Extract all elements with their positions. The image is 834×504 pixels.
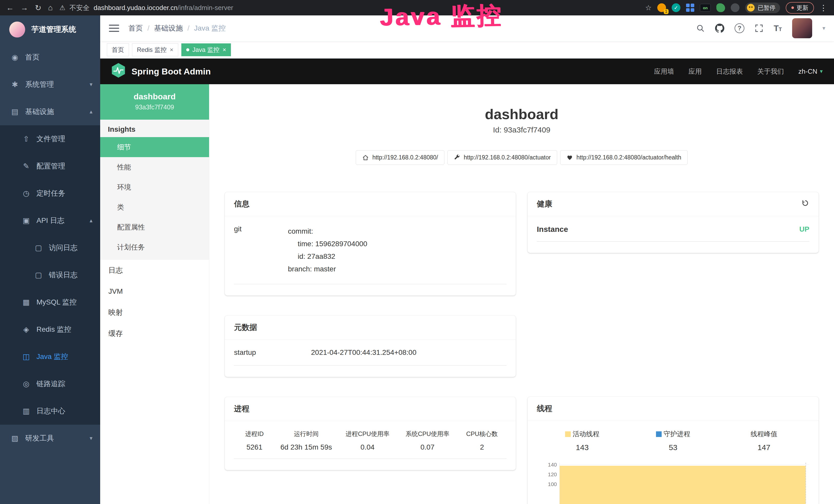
sidebar-item-log-center[interactable]: ▥ 日志中心 <box>0 397 100 425</box>
app-logo[interactable]: 芋道管理系统 <box>0 16 100 44</box>
sba-menu-caches[interactable]: 缓存 <box>100 323 209 344</box>
process-table-values: 5261 6d 23h 15m 59s 0.04 0.07 2 <box>234 443 506 459</box>
sidebar-item-file-management[interactable]: ⇧ 文件管理 <box>0 125 100 153</box>
sba-body: dashboard 93a3fc7f7409 Insights 细节 性能 环境… <box>100 84 834 504</box>
extension-leaf-icon[interactable] <box>716 3 725 12</box>
bookmark-star-icon[interactable]: ☆ <box>645 4 652 12</box>
github-icon[interactable] <box>715 24 724 33</box>
breadcrumb-infrastructure[interactable]: 基础设施 <box>154 23 183 33</box>
sba-language-select[interactable]: zh-CN ▾ <box>798 68 823 75</box>
sba-menu-logs[interactable]: 日志 <box>100 260 209 281</box>
close-icon[interactable]: × <box>222 46 226 53</box>
sba-menu-scheduled-tasks[interactable]: 计划任务 <box>100 237 209 257</box>
infrastructure-submenu: ⇧ 文件管理 ✎ 配置管理 ◷ 定时任务 ▣ API 日志 ▴ ▢ <box>0 125 100 425</box>
health-card: 健康 Instance UP <box>528 192 818 253</box>
sidebar-item-mysql-monitor[interactable]: ▦ MySQL 监控 <box>0 289 100 316</box>
sidebar-item-infrastructure[interactable]: ▤ 基础设施 ▴ <box>0 98 100 125</box>
actuator-url-link[interactable]: http://192.168.0.2:48080/actuator <box>447 150 557 165</box>
extension-badge: 1 <box>664 9 668 14</box>
sba-brand[interactable]: Spring Boot Admin <box>111 63 211 80</box>
extension-dark-icon[interactable] <box>731 3 740 12</box>
live-swatch-icon <box>565 431 571 437</box>
update-button[interactable]: 更新 <box>786 2 814 14</box>
sidebar-item-dev-tools[interactable]: ▨ 研发工具 ▾ <box>0 425 100 452</box>
health-url-link[interactable]: http://192.168.0.2:48080/actuator/health <box>560 150 687 165</box>
chevron-down-icon: ▾ <box>820 68 823 75</box>
browser-menu-icon[interactable]: ⋮ <box>820 3 828 12</box>
sba-menu-classes[interactable]: 类 <box>100 197 209 217</box>
sba-menu-config-props[interactable]: 配置属性 <box>100 217 209 237</box>
sba-logo-icon <box>111 63 125 80</box>
sba-nav-wallboard[interactable]: 应用墙 <box>654 67 674 76</box>
live-threads-area <box>560 466 806 504</box>
sba-nav-about[interactable]: 关于我们 <box>757 67 784 76</box>
sba-nav-applications[interactable]: 应用 <box>688 67 702 76</box>
page-title: dashboard <box>209 106 834 122</box>
profile-label: 已暂停 <box>758 4 775 12</box>
sba-menu-metrics[interactable]: 性能 <box>100 157 209 177</box>
sba-nav-journal[interactable]: 日志报表 <box>716 67 743 76</box>
sba-instance-block[interactable]: dashboard 93a3fc7f7409 <box>100 84 209 120</box>
fullscreen-icon[interactable] <box>755 24 763 32</box>
sidebar-item-error-logs[interactable]: ▢ 错误日志 <box>0 261 100 289</box>
app: 芋道管理系统 ◉ 首页 ✱ 系统管理 ▾ ▤ 基础设施 ▴ ⇧ 文件管理 <box>0 16 834 504</box>
health-card-title: 健康 <box>537 199 552 209</box>
extension-switch-icon[interactable]: on <box>700 4 711 12</box>
forward-icon[interactable]: → <box>21 3 28 12</box>
tab-java-monitor[interactable]: Java 监控 × <box>181 43 231 56</box>
chevron-up-icon: ▴ <box>90 217 92 224</box>
profile-avatar-icon <box>747 4 755 12</box>
tab-home[interactable]: 首页 <box>107 43 129 56</box>
browser-home-icon[interactable]: ⌂ <box>48 3 53 12</box>
extension-check-icon[interactable]: ✓ <box>672 3 680 12</box>
health-instance-label: Instance <box>537 225 568 234</box>
sba-menu-group-insights[interactable]: Insights <box>100 120 209 137</box>
breadcrumb-home[interactable]: 首页 <box>128 23 143 33</box>
close-icon[interactable]: × <box>170 46 173 53</box>
sidebar-item-java-monitor[interactable]: ◫ Java 监控 <box>0 343 100 370</box>
update-dot-icon <box>791 6 794 9</box>
sidebar-item-tracing[interactable]: ◎ 链路追踪 <box>0 370 100 397</box>
hamburger-icon[interactable] <box>109 25 119 32</box>
avatar-caret-icon[interactable]: ▾ <box>822 25 825 31</box>
redis-icon: ◈ <box>22 325 31 334</box>
sidebar-item-home[interactable]: ◉ 首页 <box>0 44 100 71</box>
sidebar-item-api-logs[interactable]: ▣ API 日志 ▴ <box>0 207 100 234</box>
sba-menu-jvm[interactable]: JVM <box>100 281 209 302</box>
reload-icon[interactable]: ↻ <box>35 3 41 12</box>
daemon-threads-value: 53 <box>628 443 719 452</box>
history-icon[interactable] <box>801 199 809 209</box>
extension-flame-icon[interactable]: 1 <box>657 3 666 12</box>
sba-nav: 应用墙 应用 日志报表 关于我们 zh-CN ▾ <box>654 67 823 76</box>
search-icon[interactable] <box>696 24 705 32</box>
threads-legend: 活动线程 143 守护进程 <box>537 430 809 452</box>
profile-chip[interactable]: 已暂停 <box>745 3 780 13</box>
font-size-icon[interactable]: TT <box>774 24 782 33</box>
legend-live-threads: 活动线程 <box>537 430 628 438</box>
sidebar-item-access-logs[interactable]: ▢ 访问日志 <box>0 234 100 261</box>
sba-menu-mappings[interactable]: 映射 <box>100 302 209 323</box>
mysql-icon: ▦ <box>22 298 31 306</box>
metadata-card-title: 元数据 <box>225 316 516 340</box>
heart-icon <box>567 155 573 161</box>
service-url-link[interactable]: http://192.168.0.2:48080/ <box>356 150 445 165</box>
back-icon[interactable]: ← <box>6 3 14 12</box>
sba-menu-environment[interactable]: 环境 <box>100 177 209 197</box>
address-bar[interactable]: ⚠ 不安全 dashboard.yudao.iocoder.cn/infra/a… <box>59 3 639 12</box>
instance-links: http://192.168.0.2:48080/ http://192.168… <box>209 150 834 165</box>
legend-peak-threads: 线程峰值 <box>719 430 809 438</box>
sidebar-item-scheduled-jobs[interactable]: ◷ 定时任务 <box>0 180 100 207</box>
threads-card: 线程 活动线程 14 <box>528 397 818 504</box>
chevron-down-icon: ▾ <box>90 81 92 88</box>
health-instance-row[interactable]: Instance UP <box>537 225 809 242</box>
browser-toolbar: ← → ↻ ⌂ ⚠ 不安全 dashboard.yudao.iocoder.cn… <box>0 0 834 16</box>
main-column: 首页 / 基础设施 / Java 监控 ? <box>100 16 834 504</box>
sidebar-item-system[interactable]: ✱ 系统管理 ▾ <box>0 71 100 98</box>
tab-redis-monitor[interactable]: Redis 监控 × <box>132 43 178 56</box>
sidebar-item-config-management[interactable]: ✎ 配置管理 <box>0 153 100 180</box>
sba-menu-details[interactable]: 细节 <box>100 137 209 157</box>
user-avatar[interactable] <box>792 18 812 38</box>
help-icon[interactable]: ? <box>734 23 744 33</box>
sidebar-item-redis-monitor[interactable]: ◈ Redis 监控 <box>0 316 100 343</box>
extension-grid-icon[interactable] <box>686 4 694 12</box>
